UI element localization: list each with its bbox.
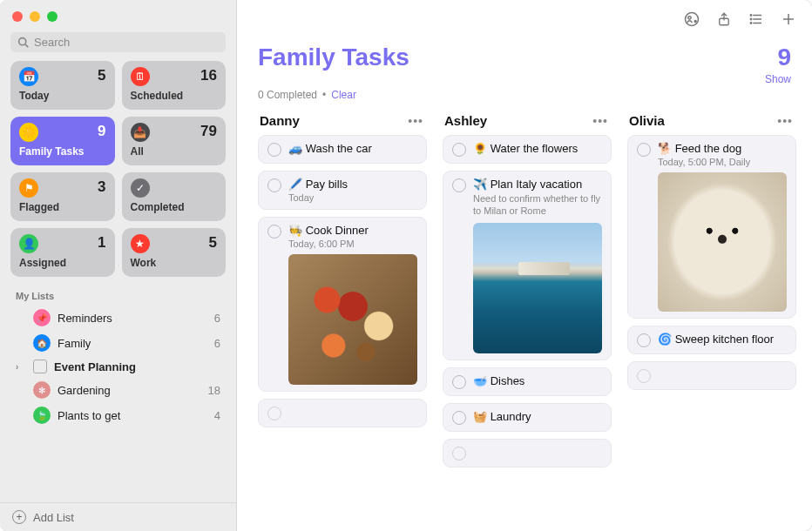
task-radio[interactable] bbox=[267, 225, 281, 239]
task-dishes[interactable]: 🥣 Dishes bbox=[443, 367, 612, 396]
chevron-right-icon: › bbox=[16, 362, 24, 372]
smart-scheduled-label: Scheduled bbox=[131, 90, 218, 102]
task-feed-dog[interactable]: 🐕 Feed the dogToday, 5:00 PM, Daily bbox=[627, 135, 796, 319]
svg-point-10 bbox=[750, 18, 752, 20]
maximize-window-button[interactable] bbox=[47, 11, 58, 22]
svg-point-2 bbox=[686, 13, 699, 26]
family-tasks-icon: ☀️ bbox=[19, 123, 38, 142]
task-radio[interactable] bbox=[452, 411, 466, 425]
smart-family-tasks[interactable]: ☀️9 Family Tasks bbox=[10, 117, 115, 165]
assigned-icon: 👤 bbox=[19, 234, 38, 253]
task-radio[interactable] bbox=[637, 333, 651, 347]
column-menu-button[interactable]: ••• bbox=[408, 114, 423, 128]
gardening-icon: ✻ bbox=[33, 381, 51, 399]
task-radio[interactable] bbox=[637, 143, 651, 157]
task-attachment-image[interactable] bbox=[288, 254, 417, 385]
scheduled-icon: 🗓 bbox=[131, 67, 150, 86]
task-notes: Need to confirm whether to fly to Milan … bbox=[473, 192, 602, 218]
task-cook-dinner[interactable]: 🧑‍🍳 Cook DinnerToday, 6:00 PM bbox=[258, 217, 427, 392]
plants-icon: 🍃 bbox=[33, 407, 51, 424]
column-danny: Danny••• 🚙 Wash the car 🖊️ Pay billsToda… bbox=[258, 111, 427, 521]
task-radio[interactable] bbox=[452, 375, 466, 389]
task-title: Laundry bbox=[491, 410, 531, 423]
all-icon: 📥 bbox=[131, 123, 150, 142]
smart-scheduled[interactable]: 🗓16 Scheduled bbox=[122, 61, 227, 110]
column-menu-button[interactable]: ••• bbox=[592, 114, 608, 128]
list-reminders-count: 6 bbox=[214, 312, 220, 325]
task-title: Sweep kitchen floor bbox=[675, 333, 774, 346]
column-olivia: Olivia••• 🐕 Feed the dogToday, 5:00 PM, … bbox=[627, 111, 796, 521]
minimize-window-button[interactable] bbox=[30, 11, 40, 22]
list-gardening[interactable]: ✻ Gardening 18 bbox=[5, 378, 231, 402]
column-menu-button[interactable]: ••• bbox=[777, 114, 793, 128]
task-radio[interactable] bbox=[267, 407, 281, 420]
smart-family-label: Family Tasks bbox=[19, 145, 106, 158]
smart-lists-grid: 📅5 Today 🗓16 Scheduled ☀️9 Family Tasks … bbox=[0, 61, 236, 286]
sidebar: Search 📅5 Today 🗓16 Scheduled ☀️9 Family… bbox=[0, 0, 237, 531]
task-title: Cook Dinner bbox=[306, 224, 369, 237]
my-lists-section: My Lists 📌 Reminders 6 🏠 Family 6 › Even… bbox=[0, 286, 236, 502]
list-gardening-count: 18 bbox=[208, 384, 220, 397]
clear-completed-button[interactable]: Clear bbox=[331, 89, 356, 101]
list-plants[interactable]: 🍃 Plants to get 4 bbox=[5, 403, 231, 427]
task-radio[interactable] bbox=[452, 178, 466, 192]
task-meta: Today, 5:00 PM, Daily bbox=[658, 157, 787, 167]
columns-container: Danny••• 🚙 Wash the car 🖊️ Pay billsToda… bbox=[237, 111, 812, 531]
task-pay-bills[interactable]: 🖊️ Pay billsToday bbox=[258, 171, 427, 210]
task-plan-italy[interactable]: ✈️ Plan Italy vacationNeed to confirm wh… bbox=[443, 171, 612, 360]
close-window-button[interactable] bbox=[12, 11, 23, 22]
family-icon: 🏠 bbox=[33, 334, 51, 352]
task-title: Dishes bbox=[491, 374, 525, 387]
smart-today[interactable]: 📅5 Today bbox=[10, 61, 115, 110]
search-icon bbox=[17, 37, 29, 48]
task-sweep-floor[interactable]: 🌀 Sweep kitchen floor bbox=[627, 326, 796, 354]
svg-point-4 bbox=[694, 20, 697, 23]
task-laundry[interactable]: 🧺 Laundry bbox=[443, 403, 612, 432]
task-title: Pay bills bbox=[306, 178, 348, 191]
task-title: Wash the car bbox=[306, 142, 372, 155]
main-panel: Family Tasks 9 Show 0 Completed • Clear … bbox=[237, 0, 812, 531]
share-button[interactable] bbox=[716, 10, 732, 28]
smart-assigned-label: Assigned bbox=[19, 257, 106, 269]
smart-work-label: Work bbox=[131, 257, 218, 269]
smart-completed[interactable]: ✓ Completed bbox=[122, 172, 227, 221]
list-family[interactable]: 🏠 Family 6 bbox=[5, 331, 231, 355]
task-empty[interactable] bbox=[627, 361, 796, 390]
svg-point-11 bbox=[750, 23, 752, 24]
task-attachment-image[interactable] bbox=[658, 172, 787, 312]
list-reminders[interactable]: 📌 Reminders 6 bbox=[5, 306, 231, 330]
show-completed-button[interactable]: Show bbox=[765, 73, 791, 85]
reminders-icon: 📌 bbox=[33, 309, 51, 326]
completed-text: 0 Completed bbox=[258, 89, 317, 101]
view-options-button[interactable] bbox=[748, 11, 765, 27]
task-wash-car[interactable]: 🚙 Wash the car bbox=[258, 135, 427, 164]
list-total-count: 9 bbox=[765, 44, 791, 71]
flagged-icon: ⚑ bbox=[19, 178, 38, 198]
add-reminder-button[interactable] bbox=[781, 11, 796, 27]
task-water-flowers[interactable]: 🌻 Water the flowers bbox=[443, 135, 612, 164]
search-input[interactable]: Search bbox=[10, 32, 226, 52]
plus-icon: + bbox=[12, 510, 26, 524]
search-placeholder: Search bbox=[34, 36, 70, 49]
smart-work[interactable]: ★5 Work bbox=[122, 228, 227, 277]
task-title: Plan Italy vacation bbox=[491, 178, 583, 191]
task-radio[interactable] bbox=[452, 447, 466, 460]
smart-flagged[interactable]: ⚑3 Flagged bbox=[10, 172, 115, 221]
task-radio[interactable] bbox=[637, 369, 651, 383]
svg-point-0 bbox=[19, 38, 26, 45]
column-olivia-title: Olivia bbox=[629, 113, 665, 128]
collaborate-button[interactable] bbox=[683, 10, 700, 28]
smart-all[interactable]: 📥79 All bbox=[122, 117, 227, 165]
page-title: Family Tasks bbox=[258, 44, 409, 71]
task-radio[interactable] bbox=[267, 143, 281, 157]
task-radio[interactable] bbox=[267, 178, 281, 192]
smart-assigned[interactable]: 👤1 Assigned bbox=[10, 228, 115, 277]
task-empty[interactable] bbox=[443, 439, 612, 467]
task-empty[interactable] bbox=[258, 399, 427, 427]
add-list-button[interactable]: + Add List bbox=[0, 502, 236, 531]
list-header: Family Tasks 9 Show bbox=[237, 38, 812, 89]
task-radio[interactable] bbox=[452, 143, 466, 157]
group-event-planning[interactable]: › Event Planning bbox=[5, 356, 231, 377]
task-attachment-image[interactable] bbox=[473, 223, 602, 353]
window-controls bbox=[0, 0, 236, 29]
